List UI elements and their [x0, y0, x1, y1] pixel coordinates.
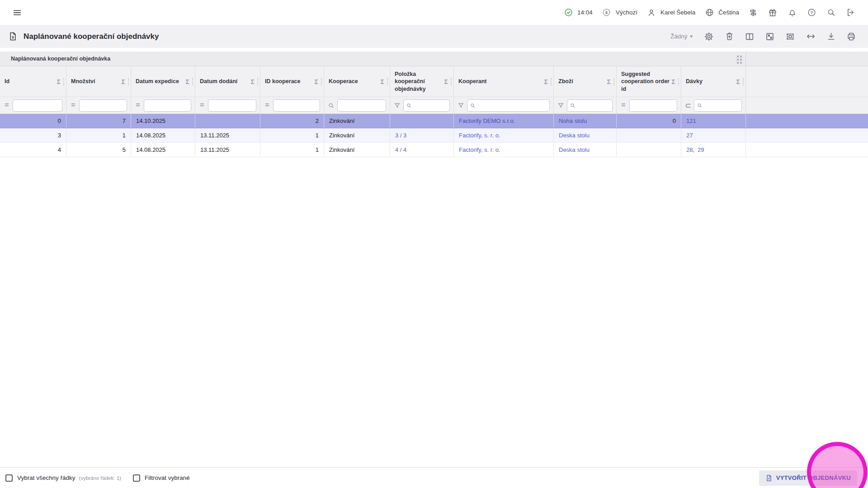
- column-resize-handle[interactable]: [63, 78, 64, 85]
- select-all-checkbox[interactable]: [5, 474, 13, 482]
- select-all-rows-control[interactable]: Vybrat všechny řádky (vybráno řádek: 1): [5, 474, 121, 482]
- equals-operator-icon[interactable]: =: [70, 101, 76, 109]
- filter-input-id[interactable]: [13, 99, 62, 112]
- restore-trash-icon[interactable]: [724, 31, 735, 42]
- batch-link[interactable]: 28: [686, 146, 693, 153]
- filter-input-suggested-order-id[interactable]: [629, 99, 677, 112]
- download-icon[interactable]: [826, 31, 836, 42]
- cooperant-link[interactable]: Factorify DEMO s.r.o.: [459, 117, 515, 124]
- funnel-filter-icon[interactable]: [557, 102, 564, 109]
- column-header-cooperation-order-item[interactable]: Položka kooperační objednávkyΣ: [390, 66, 454, 97]
- equals-operator-icon[interactable]: =: [199, 101, 205, 109]
- column-header-quantity[interactable]: MnožstvíΣ: [66, 66, 131, 97]
- logout-icon[interactable]: [845, 7, 856, 18]
- user-menu[interactable]: Karel Šebela: [646, 7, 695, 18]
- filter-input-goods[interactable]: [567, 99, 613, 112]
- sigma-aggregate-icon[interactable]: Σ: [443, 78, 449, 85]
- column-resize-handle[interactable]: [551, 78, 552, 85]
- batch-link[interactable]: 121: [686, 117, 696, 124]
- column-header-suggested-order-id[interactable]: Suggested cooperation order idΣ: [617, 66, 681, 97]
- funnel-filter-icon[interactable]: [394, 102, 401, 109]
- notifications-bell-icon[interactable]: [787, 7, 797, 18]
- column-resize-handle[interactable]: [613, 78, 614, 85]
- check-circle-icon[interactable]: [563, 7, 574, 18]
- page-header: $ Naplánované kooperační objednávky Žádn…: [0, 25, 868, 48]
- subset-operator-icon[interactable]: ⊂: [685, 101, 691, 110]
- sigma-aggregate-icon[interactable]: Σ: [380, 78, 385, 85]
- sigma-aggregate-icon[interactable]: Σ: [606, 78, 612, 85]
- dashboard-layout-icon[interactable]: [764, 31, 775, 42]
- cooperant-link[interactable]: Factorify, s. r. o.: [459, 146, 500, 153]
- column-resize-handle[interactable]: [192, 78, 193, 85]
- columns-icon[interactable]: [744, 31, 755, 42]
- sigma-aggregate-icon[interactable]: Σ: [250, 78, 255, 85]
- sigma-aggregate-icon[interactable]: Σ: [121, 78, 126, 85]
- sigma-aggregate-icon[interactable]: Σ: [56, 78, 61, 85]
- column-resize-handle[interactable]: [257, 78, 258, 85]
- column-resize-handle[interactable]: [451, 78, 452, 85]
- cooperant-link[interactable]: Factorify, s. r. o.: [459, 132, 500, 139]
- gift-icon[interactable]: [767, 7, 778, 18]
- column-resize-handle[interactable]: [678, 78, 679, 85]
- batch-link[interactable]: 27: [686, 132, 693, 139]
- table-row[interactable]: 0 7 14.10.2025 2 Zinkování Factorify DEM…: [0, 114, 868, 128]
- signpost-icon[interactable]: [748, 7, 759, 18]
- order-item-link[interactable]: 4 / 4: [395, 146, 406, 153]
- equals-operator-icon[interactable]: =: [4, 101, 10, 109]
- table-row[interactable]: 4 5 14.08.2025 13.11.2025 1 Zinkování 4 …: [0, 143, 868, 157]
- sigma-aggregate-icon[interactable]: Σ: [671, 78, 676, 85]
- search-icon[interactable]: [826, 7, 836, 18]
- column-header-dispatch-date[interactable]: Datum expediceΣ: [131, 66, 195, 97]
- print-icon[interactable]: [846, 31, 857, 42]
- cell-batches: 121: [681, 114, 746, 128]
- order-item-link[interactable]: 3 / 3: [395, 132, 406, 139]
- filter-input-cooperation-order-item[interactable]: [403, 99, 450, 112]
- column-header-cooperation[interactable]: KooperaceΣ: [324, 66, 390, 97]
- column-header-cooperation-id[interactable]: ID kooperaceΣ: [260, 66, 324, 97]
- cell-suggested-order-id: 0: [617, 114, 681, 128]
- table-row[interactable]: 3 1 14.08.2025 13.11.2025 1 Zinkování 3 …: [0, 128, 868, 143]
- column-header-id[interactable]: IdΣ: [0, 66, 66, 97]
- goods-link[interactable]: Noha stolu: [559, 117, 587, 124]
- equals-operator-icon[interactable]: =: [264, 101, 270, 109]
- filter-input-cooperation[interactable]: [337, 99, 386, 112]
- profile-selector[interactable]: $ Výchozí: [601, 7, 637, 18]
- sigma-aggregate-icon[interactable]: Σ: [543, 78, 549, 85]
- column-header-delivery-date[interactable]: Datum dodáníΣ: [195, 66, 260, 97]
- column-resize-handle[interactable]: [321, 78, 322, 85]
- column-header-batches[interactable]: DávkyΣ: [681, 66, 746, 97]
- equals-operator-icon[interactable]: =: [135, 101, 141, 109]
- filter-input-cooperation-id[interactable]: [273, 99, 320, 112]
- create-order-button[interactable]: $ VYTVOŘIT OBJEDNÁVKU: [759, 470, 857, 486]
- goods-link[interactable]: Deska stolu: [559, 132, 590, 139]
- column-header-cooperant[interactable]: KooperantΣ: [454, 66, 554, 97]
- grip-handle-icon[interactable]: [737, 56, 742, 64]
- page-title: Naplánované kooperační objednávky: [24, 32, 159, 41]
- batch-link[interactable]: 29: [698, 146, 704, 153]
- funnel-filter-icon[interactable]: [458, 102, 464, 109]
- column-header-goods[interactable]: ZbožíΣ: [554, 66, 617, 97]
- fit-view-icon[interactable]: [785, 31, 796, 42]
- filter-input-cooperant[interactable]: [467, 99, 550, 112]
- help-icon[interactable]: ?: [806, 7, 817, 18]
- sigma-aggregate-icon[interactable]: Σ: [736, 78, 741, 85]
- column-resize-handle[interactable]: [387, 78, 388, 85]
- search-operator-icon[interactable]: [328, 102, 335, 109]
- goods-link[interactable]: Deska stolu: [559, 146, 590, 153]
- column-resize-handle[interactable]: [128, 78, 129, 85]
- column-resize-handle[interactable]: [743, 78, 744, 85]
- view-selector-dropdown[interactable]: Žádný ▾: [670, 33, 693, 40]
- filter-input-quantity[interactable]: [79, 99, 127, 112]
- hamburger-menu-icon[interactable]: [12, 7, 23, 18]
- filter-input-dispatch-date[interactable]: [144, 99, 191, 112]
- filter-input-delivery-date[interactable]: [208, 99, 256, 112]
- expand-horizontal-icon[interactable]: [805, 31, 816, 42]
- filter-selected-checkbox[interactable]: [133, 474, 140, 482]
- equals-operator-icon[interactable]: =: [620, 101, 627, 109]
- sigma-aggregate-icon[interactable]: Σ: [185, 78, 190, 85]
- sigma-aggregate-icon[interactable]: Σ: [314, 78, 319, 85]
- filter-selected-control[interactable]: Filtrovat vybrané: [133, 474, 190, 482]
- filter-input-batches[interactable]: [694, 99, 742, 112]
- language-selector[interactable]: Čeština: [704, 7, 739, 18]
- settings-gear-icon[interactable]: [703, 31, 714, 42]
